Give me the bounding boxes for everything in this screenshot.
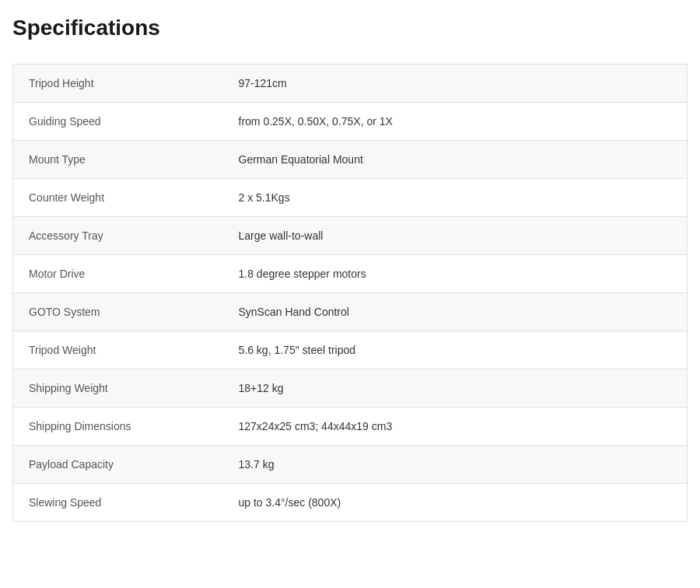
table-row: Accessory TrayLarge wall-to-wall (13, 217, 688, 255)
table-row: Payload Capacity13.7 kg (13, 446, 688, 484)
spec-label: Slewing Speed (13, 484, 223, 522)
spec-value: SynScan Hand Control (223, 293, 688, 331)
spec-value: German Equatorial Mount (223, 141, 688, 179)
spec-value: 127x24x25 cm3; 44x44x19 cm3 (223, 408, 688, 446)
spec-label: Counter Weight (13, 179, 223, 217)
spec-label: GOTO System (13, 293, 223, 331)
table-row: Mount TypeGerman Equatorial Mount (13, 141, 688, 179)
spec-value: Large wall-to-wall (223, 217, 688, 255)
spec-label: Tripod Height (13, 65, 223, 103)
spec-label: Tripod Weight (13, 331, 223, 369)
spec-label: Mount Type (13, 141, 223, 179)
table-row: Guiding Speedfrom 0.25X, 0.50X, 0.75X, o… (13, 103, 688, 141)
spec-value: 13.7 kg (223, 446, 688, 484)
page-container: Specifications Tripod Height97-121cmGuid… (0, 0, 700, 537)
table-row: GOTO SystemSynScan Hand Control (13, 293, 688, 331)
spec-value: 18+12 kg (223, 369, 688, 408)
table-row: Slewing Speedup to 3.4°/sec (800X) (13, 484, 688, 522)
spec-value: 2 x 5.1Kgs (223, 179, 688, 217)
spec-label: Motor Drive (13, 255, 223, 293)
table-row: Motor Drive1.8 degree stepper motors (13, 255, 688, 293)
spec-value: from 0.25X, 0.50X, 0.75X, or 1X (223, 103, 688, 141)
spec-label: Accessory Tray (13, 217, 223, 255)
table-row: Shipping Weight18+12 kg (13, 369, 688, 408)
spec-value: 97-121cm (223, 65, 688, 103)
spec-value: up to 3.4°/sec (800X) (223, 484, 688, 522)
spec-label: Guiding Speed (13, 103, 223, 141)
spec-label: Shipping Dimensions (13, 408, 223, 446)
spec-label: Payload Capacity (13, 446, 223, 484)
spec-value: 1.8 degree stepper motors (223, 255, 688, 293)
table-row: Tripod Height97-121cm (13, 65, 688, 103)
spec-label: Shipping Weight (13, 369, 223, 408)
specifications-table: Tripod Height97-121cmGuiding Speedfrom 0… (12, 64, 688, 522)
table-row: Tripod Weight5.6 kg, 1.75" steel tripod (13, 331, 688, 369)
table-row: Counter Weight2 x 5.1Kgs (13, 179, 688, 217)
table-row: Shipping Dimensions127x24x25 cm3; 44x44x… (13, 408, 688, 446)
spec-value: 5.6 kg, 1.75" steel tripod (223, 331, 688, 369)
page-title: Specifications (12, 16, 688, 40)
